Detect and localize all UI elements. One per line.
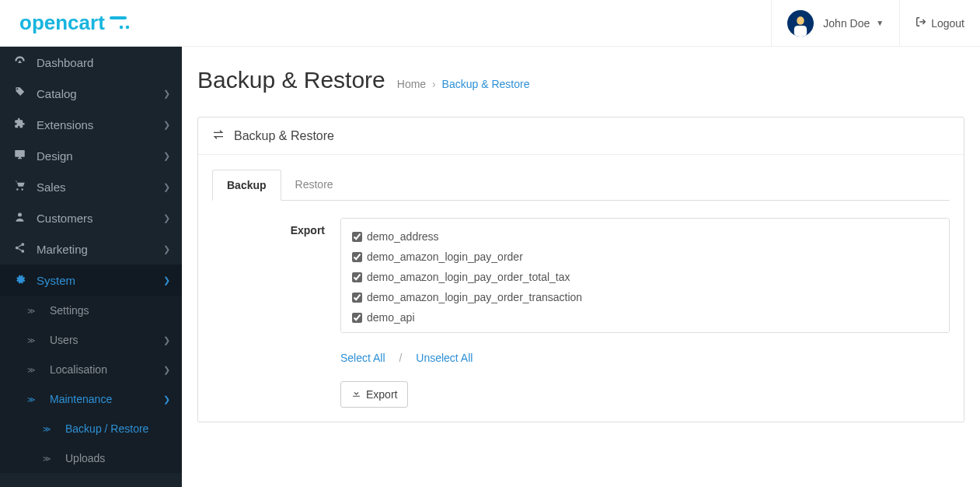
svg-point-9: [21, 250, 24, 253]
sidebar-item-maintenance[interactable]: ≫ Maintenance ❯: [0, 384, 182, 414]
svg-point-6: [18, 213, 22, 217]
angle-right-icon: ≫: [39, 425, 54, 433]
sidebar-item-settings[interactable]: ≫ Settings: [0, 296, 182, 325]
angle-right-icon: ≫: [23, 336, 39, 345]
sidebar-item-catalog[interactable]: Catalog ❯: [0, 78, 182, 109]
panel-header: Backup & Restore: [198, 117, 964, 155]
chevron-right-icon: ❯: [163, 365, 170, 375]
sidebar-item-label: Marketing: [37, 243, 88, 256]
table-name: demo_address: [367, 230, 439, 243]
table-checkbox[interactable]: [352, 272, 362, 282]
select-all-link[interactable]: Select All: [340, 352, 385, 364]
sidebar-item-label: Design: [37, 149, 73, 163]
logout-icon: [915, 16, 926, 30]
table-checkbox[interactable]: [352, 313, 362, 323]
logout-button[interactable]: Logout: [899, 0, 980, 46]
sidebar-item-design[interactable]: Design ❯: [0, 140, 182, 171]
table-name: demo_amazon_login_pay_order: [367, 251, 523, 263]
user-menu[interactable]: John Doe ▼: [771, 0, 899, 46]
svg-point-2: [126, 25, 129, 28]
logo[interactable]: opencart: [0, 11, 151, 35]
table-checkbox[interactable]: [352, 252, 362, 262]
logo-text: opencart: [19, 11, 105, 35]
select-links: Select All / Unselect All: [340, 352, 950, 364]
export-button-label: Export: [366, 388, 397, 401]
table-checkbox[interactable]: [352, 293, 362, 303]
sidebar-item-label: System: [37, 274, 75, 287]
system-submenu: ≫ Settings ≫ Users ❯ ≫ Localisation ❯ ≫ …: [0, 296, 182, 473]
dashboard-icon: [12, 55, 27, 69]
table-checkbox[interactable]: [352, 232, 362, 242]
tag-icon: [12, 86, 27, 100]
chevron-right-icon: ❯: [163, 151, 170, 161]
export-label: Export: [212, 218, 340, 364]
sidebar-item-localisation[interactable]: ≫ Localisation ❯: [0, 355, 182, 384]
breadcrumb-home[interactable]: Home: [397, 78, 426, 90]
sidebar-item-label: Catalog: [37, 87, 77, 100]
panel-backup-restore: Backup & Restore Backup Restore Export: [197, 117, 964, 422]
user-name: John Doe: [823, 17, 870, 30]
sidebar-item-label: Settings: [50, 304, 89, 317]
svg-rect-0: [110, 16, 127, 19]
sidebar: Dashboard Catalog ❯ Extensions ❯ Design …: [0, 47, 182, 487]
sidebar-item-uploads[interactable]: ≫ Uploads: [0, 443, 182, 473]
chevron-right-icon: ❯: [163, 213, 170, 223]
divider: /: [399, 352, 402, 364]
svg-rect-3: [797, 16, 804, 24]
chevron-right-icon: ❯: [163, 335, 170, 345]
angle-right-icon: ≫: [23, 307, 39, 315]
sidebar-item-label: Dashboard: [37, 56, 93, 69]
page-header: Backup & Restore Home › Backup & Restore: [197, 62, 964, 101]
user-icon: [12, 211, 27, 225]
maintenance-submenu: ≫ Backup / Restore ≫ Uploads: [0, 414, 182, 473]
tab-label: Backup: [227, 179, 267, 191]
sidebar-item-extensions[interactable]: Extensions ❯: [0, 109, 182, 140]
sidebar-item-label: Customers: [37, 212, 93, 225]
table-name: demo_amazon_login_pay_order_total_tax: [367, 271, 570, 283]
sidebar-item-label: Sales: [37, 180, 66, 194]
tabs: Backup Restore: [212, 169, 950, 201]
cog-icon: [12, 273, 27, 287]
logout-label: Logout: [931, 17, 964, 30]
sidebar-item-backup-restore[interactable]: ≫ Backup / Restore: [0, 414, 182, 443]
sidebar-item-customers[interactable]: Customers ❯: [0, 202, 182, 233]
sidebar-item-dashboard[interactable]: Dashboard: [0, 47, 182, 78]
sidebar-item-system[interactable]: System ❯: [0, 265, 182, 296]
desktop-icon: [12, 149, 27, 163]
tables-scroll-box[interactable]: demo_address demo_amazon_login_pay_order…: [340, 218, 950, 333]
page-title: Backup & Restore: [197, 67, 385, 93]
angle-right-icon: ≫: [23, 366, 39, 374]
tab-backup[interactable]: Backup: [212, 170, 281, 201]
sidebar-item-marketing[interactable]: Marketing ❯: [0, 233, 182, 265]
table-row: demo_amazon_login_pay_order: [352, 247, 938, 267]
chevron-right-icon: ❯: [163, 275, 170, 286]
chevron-right-icon: ❯: [163, 182, 170, 192]
sidebar-item-sales[interactable]: Sales ❯: [0, 171, 182, 202]
sidebar-item-users[interactable]: ≫ Users ❯: [0, 325, 182, 355]
chevron-right-icon: ❯: [163, 120, 170, 130]
tab-restore[interactable]: Restore: [281, 170, 347, 201]
svg-point-7: [21, 243, 24, 246]
table-row: demo_address: [352, 226, 938, 247]
top-header: opencart John Doe ▼: [0, 0, 980, 47]
breadcrumb-current[interactable]: Backup & Restore: [442, 78, 530, 90]
avatar: [787, 10, 814, 37]
unselect-all-link[interactable]: Unselect All: [416, 352, 473, 364]
svg-rect-4: [794, 26, 807, 37]
form-row-export: Export demo_address demo_amazon_login_pa…: [212, 218, 950, 364]
breadcrumb: Home › Backup & Restore: [397, 78, 530, 90]
main-content: Backup & Restore Home › Backup & Restore…: [182, 47, 980, 487]
panel-title: Backup & Restore: [234, 129, 334, 143]
sidebar-item-label: Localisation: [50, 363, 107, 376]
table-name: demo_api: [367, 311, 415, 324]
share-icon: [12, 242, 27, 256]
caret-down-icon: ▼: [876, 19, 884, 27]
sidebar-item-label: Extensions: [37, 118, 93, 131]
cart-icon: [12, 180, 27, 194]
form-row-action: Export: [212, 381, 950, 408]
chevron-right-icon: ❯: [163, 394, 170, 405]
export-button[interactable]: Export: [340, 381, 408, 408]
chevron-right-icon: ❯: [163, 89, 170, 99]
sidebar-item-label: Users: [50, 334, 78, 346]
sidebar-item-label: Uploads: [65, 452, 105, 464]
